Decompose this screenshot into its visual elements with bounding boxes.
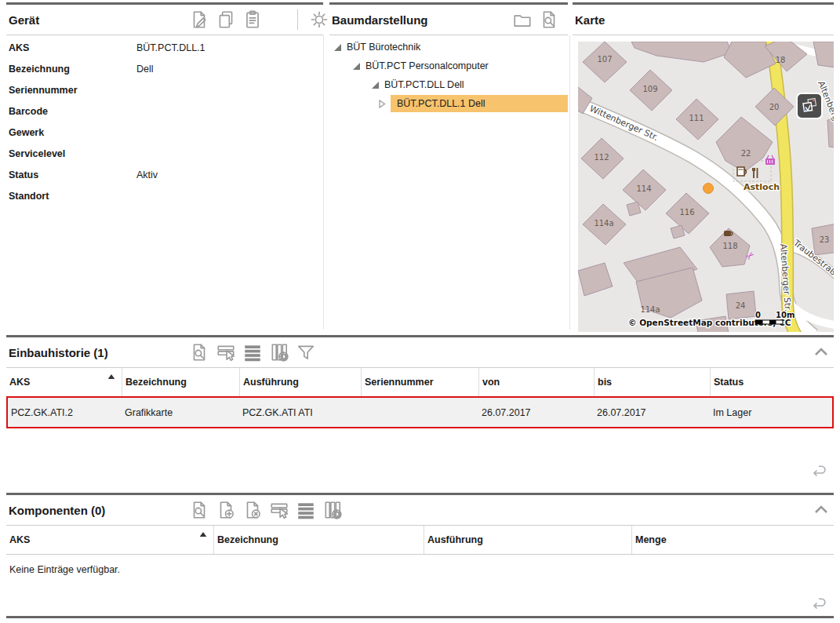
folder-icon[interactable] [512, 9, 533, 30]
column-header-aks[interactable]: AKS [6, 526, 213, 554]
settings-gear-icon[interactable] [309, 9, 329, 30]
einbauhistorie-header: Einbauhistorie (1) [6, 337, 834, 368]
column-header-menge[interactable]: Menge [631, 526, 834, 554]
komponenten-header: Komponenten (0) [6, 495, 834, 526]
tree-node-personalcomputer[interactable]: BÜT.PCT Personalcomputer [329, 56, 568, 75]
baum-title: Baumdarstellung [329, 13, 428, 27]
field-label: Barcode [6, 106, 136, 117]
geraet-fields: AKSBÜT.PCT.DLL.1 BezeichnungDell Serienn… [6, 35, 323, 206]
cell-von: 26.07.2017 [478, 407, 594, 418]
filter-icon[interactable] [296, 342, 316, 363]
cell-bezeichnung: Grafikkarte [122, 407, 239, 418]
tree-node-buerotechnik[interactable]: BÜT Bürotechnik [329, 38, 568, 56]
column-header-ausfuehrung[interactable]: Ausführung [424, 526, 631, 554]
column-header-aks[interactable]: AKS [6, 368, 122, 396]
app-root: { "geraet": { "title": "Gerät", "toolbar… [0, 0, 840, 623]
map-canvas[interactable]: ✂ Wittenberger Str. Altenberger Str. Alt… [578, 42, 834, 332]
document-search-icon[interactable] [189, 500, 209, 520]
osm-map[interactable]: ✂ Wittenberger Str. Altenberger Str. Alt… [578, 42, 834, 332]
column-label: AKS [9, 377, 30, 388]
baumdarstellung-panel: Baumdarstellung BÜT Bürotechnik BÜT.PCT … [329, 2, 568, 330]
tree-node-dll1-dell-selected[interactable]: BÜT.PCT.DLL.1 Dell [329, 94, 568, 113]
building-number: 107 [597, 55, 612, 64]
table-row-selected[interactable]: PCZ.GK.ATI.2 Grafikkarte PCZ.GK.ATI ATI … [6, 396, 834, 428]
scale-end: 10m [776, 311, 795, 319]
column-header-seriennummer[interactable]: Seriennummer [361, 368, 478, 396]
field-row-seriennummer: Seriennummer [6, 79, 323, 100]
column-label: Menge [635, 534, 667, 545]
device-location-marker[interactable] [704, 184, 714, 194]
einbauhistorie-toolbar [189, 342, 316, 363]
tree-node-dll-dell[interactable]: BÜT.PCT.DLL Dell [329, 75, 568, 94]
rows-icon[interactable] [296, 500, 316, 520]
column-label: Status [714, 377, 744, 388]
building-number: 114a [594, 219, 613, 228]
scale-start: 0 [755, 311, 761, 319]
column-header-von[interactable]: von [478, 368, 594, 396]
baum-header: Baumdarstellung [329, 5, 568, 35]
panel-divider [323, 35, 324, 330]
einbauhistorie-section: Einbauhistorie (1) AKS Bezeichnung Ausfü… [6, 335, 834, 488]
device-tree: BÜT Bürotechnik BÜT.PCT Personalcomputer… [329, 35, 568, 113]
columns-settings-icon[interactable] [322, 500, 343, 520]
field-row-aks: AKSBÜT.PCT.DLL.1 [6, 37, 323, 58]
rows-icon[interactable] [242, 342, 263, 363]
tree-expanded-icon[interactable] [370, 80, 380, 90]
column-header-bis[interactable]: bis [594, 368, 710, 396]
clipboard-icon[interactable] [242, 9, 263, 30]
document-search-icon[interactable] [189, 342, 209, 363]
select-rows-icon[interactable] [216, 342, 236, 363]
building-number: 22 [741, 149, 751, 158]
tree-selected-highlight[interactable]: BÜT.PCT.DLL.1 Dell [391, 95, 568, 112]
document-add-icon[interactable] [216, 500, 236, 520]
column-header-bezeichnung[interactable]: Bezeichnung [213, 526, 424, 554]
document-search-icon[interactable] [539, 9, 559, 30]
field-label: Seriennummer [6, 85, 136, 96]
field-row-barcode: Barcode [6, 100, 323, 122]
copy-icon[interactable] [216, 9, 236, 30]
field-label: Bezeichnung [6, 64, 136, 75]
tree-expanded-icon[interactable] [351, 61, 362, 71]
empty-table-message: Keine Einträge verfügbar. [6, 555, 834, 575]
field-value: Aktiv [136, 169, 323, 180]
geraet-title: Gerät [6, 13, 39, 27]
column-label: von [482, 377, 500, 388]
cell-bis: 26.07.2017 [594, 407, 710, 418]
return-arrow-icon[interactable] [809, 461, 829, 479]
field-label: Gewerk [6, 127, 136, 138]
beer-mug-icon [737, 167, 747, 176]
column-header-status[interactable]: Status [710, 368, 834, 396]
map-layers-button[interactable] [796, 93, 823, 119]
return-arrow-icon[interactable] [809, 594, 829, 611]
building-number: 116 [679, 208, 694, 217]
column-header-bezeichnung[interactable]: Bezeichnung [122, 368, 239, 396]
panel-divider [569, 35, 570, 330]
column-label: Bezeichnung [217, 534, 278, 545]
building-number: 20 [769, 103, 780, 111]
building-number: 24 [736, 301, 746, 310]
edit-document-icon[interactable] [189, 9, 209, 30]
sort-ascending-icon [199, 531, 207, 537]
document-remove-icon[interactable] [242, 500, 263, 520]
komponenten-toolbar [189, 500, 343, 520]
tree-expanded-icon[interactable] [333, 42, 343, 53]
field-label: Servicelevel [6, 148, 136, 159]
tree-collapsed-icon[interactable] [376, 99, 387, 109]
columns-settings-icon[interactable] [269, 342, 289, 363]
layers-icon [800, 97, 819, 115]
karte-panel: Karte [573, 2, 834, 330]
tree-node-label: BÜT.PCT.DLL Dell [384, 79, 464, 90]
collapse-chevron-icon[interactable] [813, 346, 829, 358]
column-label: Bezeichnung [125, 377, 187, 388]
select-rows-icon[interactable] [269, 500, 289, 520]
cell-aks: PCZ.GK.ATI.2 [8, 407, 122, 418]
collapse-chevron-icon[interactable] [813, 504, 829, 516]
einbauhistorie-title: Einbauhistorie (1) [6, 346, 108, 359]
field-value: Dell [136, 64, 323, 75]
building-number: 114 [636, 184, 651, 193]
sort-ascending-icon [107, 373, 115, 380]
building-number: 111 [689, 114, 704, 122]
geraet-panel: Gerät AKSBÜT.PCT.DLL.1 BezeichnungDell S… [6, 2, 323, 330]
column-header-ausfuehrung[interactable]: Ausführung [239, 368, 361, 396]
cell-ausfuehrung: PCZ.GK.ATI ATI [239, 407, 361, 418]
